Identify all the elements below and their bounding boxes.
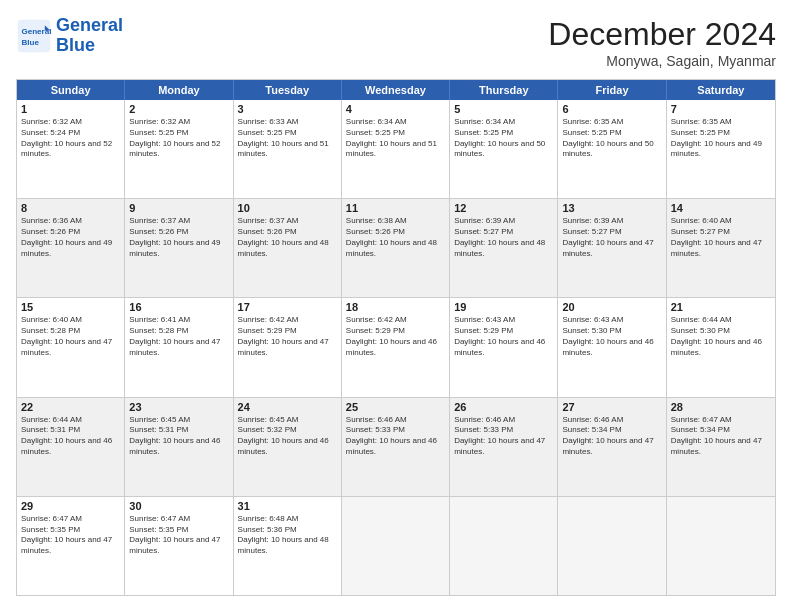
- cell-info: Sunrise: 6:37 AM Sunset: 5:26 PM Dayligh…: [238, 216, 337, 259]
- cell-info: Sunrise: 6:43 AM Sunset: 5:29 PM Dayligh…: [454, 315, 553, 358]
- empty-cell: [342, 497, 450, 595]
- day-number: 16: [129, 301, 228, 313]
- cell-info: Sunrise: 6:40 AM Sunset: 5:28 PM Dayligh…: [21, 315, 120, 358]
- cell-info: Sunrise: 6:45 AM Sunset: 5:31 PM Dayligh…: [129, 415, 228, 458]
- logo-line1: General: [56, 16, 123, 36]
- weekday-header-saturday: Saturday: [667, 80, 775, 100]
- day-cell-15: 15Sunrise: 6:40 AM Sunset: 5:28 PM Dayli…: [17, 298, 125, 396]
- day-number: 27: [562, 401, 661, 413]
- day-cell-24: 24Sunrise: 6:45 AM Sunset: 5:32 PM Dayli…: [234, 398, 342, 496]
- page: General Blue General Blue December 2024 …: [0, 0, 792, 612]
- weekday-header-wednesday: Wednesday: [342, 80, 450, 100]
- day-cell-1: 1Sunrise: 6:32 AM Sunset: 5:24 PM Daylig…: [17, 100, 125, 198]
- weekday-header-friday: Friday: [558, 80, 666, 100]
- day-cell-8: 8Sunrise: 6:36 AM Sunset: 5:26 PM Daylig…: [17, 199, 125, 297]
- day-number: 21: [671, 301, 771, 313]
- day-number: 1: [21, 103, 120, 115]
- logo: General Blue General Blue: [16, 16, 123, 56]
- cell-info: Sunrise: 6:46 AM Sunset: 5:33 PM Dayligh…: [454, 415, 553, 458]
- day-number: 19: [454, 301, 553, 313]
- weekday-header-tuesday: Tuesday: [234, 80, 342, 100]
- day-cell-25: 25Sunrise: 6:46 AM Sunset: 5:33 PM Dayli…: [342, 398, 450, 496]
- day-number: 12: [454, 202, 553, 214]
- cell-info: Sunrise: 6:43 AM Sunset: 5:30 PM Dayligh…: [562, 315, 661, 358]
- day-cell-10: 10Sunrise: 6:37 AM Sunset: 5:26 PM Dayli…: [234, 199, 342, 297]
- cell-info: Sunrise: 6:42 AM Sunset: 5:29 PM Dayligh…: [346, 315, 445, 358]
- cell-info: Sunrise: 6:39 AM Sunset: 5:27 PM Dayligh…: [454, 216, 553, 259]
- cell-info: Sunrise: 6:38 AM Sunset: 5:26 PM Dayligh…: [346, 216, 445, 259]
- day-cell-5: 5Sunrise: 6:34 AM Sunset: 5:25 PM Daylig…: [450, 100, 558, 198]
- calendar-row-4: 22Sunrise: 6:44 AM Sunset: 5:31 PM Dayli…: [17, 398, 775, 497]
- day-cell-28: 28Sunrise: 6:47 AM Sunset: 5:34 PM Dayli…: [667, 398, 775, 496]
- cell-info: Sunrise: 6:40 AM Sunset: 5:27 PM Dayligh…: [671, 216, 771, 259]
- day-cell-13: 13Sunrise: 6:39 AM Sunset: 5:27 PM Dayli…: [558, 199, 666, 297]
- header: General Blue General Blue December 2024 …: [16, 16, 776, 69]
- cell-info: Sunrise: 6:34 AM Sunset: 5:25 PM Dayligh…: [454, 117, 553, 160]
- day-number: 28: [671, 401, 771, 413]
- day-cell-7: 7Sunrise: 6:35 AM Sunset: 5:25 PM Daylig…: [667, 100, 775, 198]
- day-cell-19: 19Sunrise: 6:43 AM Sunset: 5:29 PM Dayli…: [450, 298, 558, 396]
- day-cell-21: 21Sunrise: 6:44 AM Sunset: 5:30 PM Dayli…: [667, 298, 775, 396]
- day-number: 5: [454, 103, 553, 115]
- day-cell-20: 20Sunrise: 6:43 AM Sunset: 5:30 PM Dayli…: [558, 298, 666, 396]
- weekday-header-monday: Monday: [125, 80, 233, 100]
- day-number: 11: [346, 202, 445, 214]
- cell-info: Sunrise: 6:32 AM Sunset: 5:24 PM Dayligh…: [21, 117, 120, 160]
- weekday-header-thursday: Thursday: [450, 80, 558, 100]
- cell-info: Sunrise: 6:34 AM Sunset: 5:25 PM Dayligh…: [346, 117, 445, 160]
- day-cell-27: 27Sunrise: 6:46 AM Sunset: 5:34 PM Dayli…: [558, 398, 666, 496]
- cell-info: Sunrise: 6:47 AM Sunset: 5:35 PM Dayligh…: [21, 514, 120, 557]
- day-number: 3: [238, 103, 337, 115]
- day-cell-3: 3Sunrise: 6:33 AM Sunset: 5:25 PM Daylig…: [234, 100, 342, 198]
- day-cell-6: 6Sunrise: 6:35 AM Sunset: 5:25 PM Daylig…: [558, 100, 666, 198]
- calendar-row-2: 8Sunrise: 6:36 AM Sunset: 5:26 PM Daylig…: [17, 199, 775, 298]
- day-cell-11: 11Sunrise: 6:38 AM Sunset: 5:26 PM Dayli…: [342, 199, 450, 297]
- day-number: 15: [21, 301, 120, 313]
- day-number: 2: [129, 103, 228, 115]
- day-cell-23: 23Sunrise: 6:45 AM Sunset: 5:31 PM Dayli…: [125, 398, 233, 496]
- cell-info: Sunrise: 6:36 AM Sunset: 5:26 PM Dayligh…: [21, 216, 120, 259]
- cell-info: Sunrise: 6:46 AM Sunset: 5:33 PM Dayligh…: [346, 415, 445, 458]
- day-number: 24: [238, 401, 337, 413]
- day-cell-29: 29Sunrise: 6:47 AM Sunset: 5:35 PM Dayli…: [17, 497, 125, 595]
- cell-info: Sunrise: 6:44 AM Sunset: 5:30 PM Dayligh…: [671, 315, 771, 358]
- cell-info: Sunrise: 6:35 AM Sunset: 5:25 PM Dayligh…: [562, 117, 661, 160]
- month-title: December 2024: [548, 16, 776, 53]
- title-block: December 2024 Monywa, Sagain, Myanmar: [548, 16, 776, 69]
- day-number: 22: [21, 401, 120, 413]
- day-number: 14: [671, 202, 771, 214]
- cell-info: Sunrise: 6:42 AM Sunset: 5:29 PM Dayligh…: [238, 315, 337, 358]
- cell-info: Sunrise: 6:47 AM Sunset: 5:35 PM Dayligh…: [129, 514, 228, 557]
- day-cell-16: 16Sunrise: 6:41 AM Sunset: 5:28 PM Dayli…: [125, 298, 233, 396]
- weekday-header-sunday: Sunday: [17, 80, 125, 100]
- cell-info: Sunrise: 6:39 AM Sunset: 5:27 PM Dayligh…: [562, 216, 661, 259]
- cell-info: Sunrise: 6:41 AM Sunset: 5:28 PM Dayligh…: [129, 315, 228, 358]
- day-number: 31: [238, 500, 337, 512]
- cell-info: Sunrise: 6:32 AM Sunset: 5:25 PM Dayligh…: [129, 117, 228, 160]
- day-cell-18: 18Sunrise: 6:42 AM Sunset: 5:29 PM Dayli…: [342, 298, 450, 396]
- empty-cell: [667, 497, 775, 595]
- cell-info: Sunrise: 6:47 AM Sunset: 5:34 PM Dayligh…: [671, 415, 771, 458]
- calendar-body: 1Sunrise: 6:32 AM Sunset: 5:24 PM Daylig…: [17, 100, 775, 595]
- calendar-header: SundayMondayTuesdayWednesdayThursdayFrid…: [17, 80, 775, 100]
- cell-info: Sunrise: 6:48 AM Sunset: 5:36 PM Dayligh…: [238, 514, 337, 557]
- day-number: 7: [671, 103, 771, 115]
- day-number: 30: [129, 500, 228, 512]
- calendar-row-3: 15Sunrise: 6:40 AM Sunset: 5:28 PM Dayli…: [17, 298, 775, 397]
- calendar-row-1: 1Sunrise: 6:32 AM Sunset: 5:24 PM Daylig…: [17, 100, 775, 199]
- day-number: 26: [454, 401, 553, 413]
- day-cell-14: 14Sunrise: 6:40 AM Sunset: 5:27 PM Dayli…: [667, 199, 775, 297]
- logo-text: General Blue: [56, 16, 123, 56]
- day-number: 8: [21, 202, 120, 214]
- day-cell-9: 9Sunrise: 6:37 AM Sunset: 5:26 PM Daylig…: [125, 199, 233, 297]
- cell-info: Sunrise: 6:44 AM Sunset: 5:31 PM Dayligh…: [21, 415, 120, 458]
- day-cell-26: 26Sunrise: 6:46 AM Sunset: 5:33 PM Dayli…: [450, 398, 558, 496]
- day-number: 20: [562, 301, 661, 313]
- cell-info: Sunrise: 6:45 AM Sunset: 5:32 PM Dayligh…: [238, 415, 337, 458]
- day-number: 6: [562, 103, 661, 115]
- day-number: 4: [346, 103, 445, 115]
- day-number: 25: [346, 401, 445, 413]
- day-cell-31: 31Sunrise: 6:48 AM Sunset: 5:36 PM Dayli…: [234, 497, 342, 595]
- day-number: 17: [238, 301, 337, 313]
- day-cell-17: 17Sunrise: 6:42 AM Sunset: 5:29 PM Dayli…: [234, 298, 342, 396]
